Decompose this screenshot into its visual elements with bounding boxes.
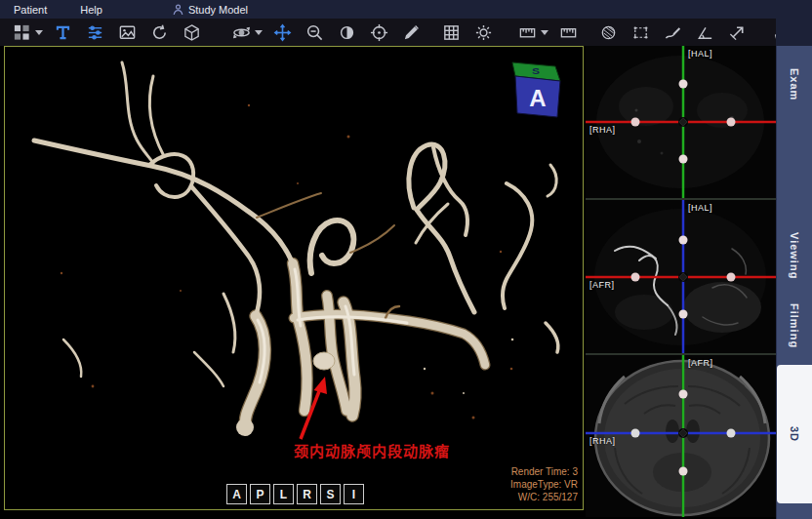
crosshair-handle[interactable] — [679, 467, 688, 476]
rect-roi-icon[interactable] — [630, 22, 650, 42]
rotate-reset-icon[interactable] — [149, 22, 169, 42]
3d-cube-icon[interactable] — [182, 22, 201, 42]
mpr-panel: [HAL] [RHA] [HAL] [AFR] — [586, 46, 776, 519]
tab-3d[interactable]: 3D — [777, 365, 812, 503]
render-info: Render Time: 3 ImageType: VR W/C: 255/12… — [510, 465, 578, 503]
mpr2-plane-label: [HAL] — [688, 203, 712, 213]
menu-study-model-label: Study Model — [188, 4, 248, 16]
annotation-label[interactable]: 颈内动脉颅内段动脉瘤 — [294, 440, 460, 460]
3d-rotate-caret[interactable] — [255, 30, 263, 35]
orientation-button-s[interactable]: S — [320, 484, 341, 504]
crosshair-handle[interactable] — [679, 236, 688, 245]
orientation-button-l[interactable]: L — [273, 484, 294, 504]
crosshair-handle[interactable] — [631, 429, 640, 438]
mpr3-axis-label: [RHA] — [589, 436, 616, 446]
orientation-cube[interactable]: S A — [499, 55, 569, 125]
zoom-out-icon[interactable] — [304, 22, 324, 42]
crosshair-handle[interactable] — [679, 390, 688, 399]
tab-filming[interactable]: Filming — [777, 288, 812, 364]
screenshot-image-icon[interactable] — [117, 22, 137, 42]
orientation-button-r[interactable]: R — [297, 484, 317, 504]
orientation-button-a[interactable]: A — [226, 484, 247, 504]
sphere-roi-icon[interactable] — [598, 22, 618, 42]
measure-ruler-2-icon[interactable] — [558, 22, 578, 42]
crosshair-handle[interactable] — [679, 155, 688, 164]
layout-grid-caret[interactable] — [35, 30, 43, 35]
aneurysm-dome — [313, 352, 335, 370]
crosshair-handle[interactable] — [727, 118, 736, 127]
tab-exam[interactable]: Exam — [777, 56, 812, 114]
draw-pencil-icon[interactable] — [401, 22, 421, 42]
mpr1-axis-label: [RHA] — [589, 125, 616, 135]
orientation-button-p[interactable]: P — [250, 484, 270, 504]
mpr3-plane-label: [AFR] — [688, 358, 713, 368]
mpr-view-3[interactable]: [AFR] [RHA] — [586, 355, 776, 517]
orientation-buttons: A P L R S I — [226, 484, 364, 504]
grid-table-icon[interactable] — [441, 22, 461, 42]
menu-help[interactable]: Help — [70, 0, 112, 19]
crosshair-handle[interactable] — [631, 118, 640, 127]
volume-render-viewport[interactable]: 颈内动脉颅内段动脉瘤 S A A P L R S I Render Time: … — [4, 46, 584, 510]
brightness-contrast-icon[interactable] — [337, 22, 356, 42]
freehand-draw-icon[interactable] — [663, 22, 682, 42]
window-center: W/C: 255/127 — [510, 491, 578, 503]
arrow-annotation-icon[interactable] — [727, 22, 747, 42]
crosshair-handle[interactable] — [679, 80, 688, 89]
crosshair-handle[interactable] — [631, 273, 640, 282]
menu-patient[interactable]: Patient — [4, 0, 57, 19]
crosshair-target-icon[interactable] — [369, 22, 388, 42]
mpr-view-2[interactable]: [HAL] [AFR] — [586, 200, 776, 355]
orientation-button-i[interactable]: I — [344, 484, 364, 504]
menu-bar: Patient Help Study Model — [0, 0, 812, 19]
image-type: ImageType: VR — [510, 478, 578, 491]
side-tab-strip: Exam Viewing Filming 3D — [776, 46, 812, 519]
crosshair-handle[interactable] — [727, 429, 736, 438]
cube-top-label: S — [532, 65, 540, 75]
render-time: Render Time: 3 — [510, 465, 578, 478]
measure-ruler-icon[interactable] — [517, 22, 537, 42]
mpr2-axis-label: [AFR] — [589, 280, 615, 290]
3d-rotate-icon[interactable] — [231, 22, 251, 42]
pan-icon[interactable] — [272, 22, 292, 42]
person-icon — [173, 4, 183, 16]
tab-viewing[interactable]: Viewing — [777, 222, 812, 289]
toolbar — [0, 19, 812, 46]
text-annotation-icon[interactable] — [53, 22, 72, 42]
mpr-view-1[interactable]: [HAL] [RHA] — [586, 46, 776, 200]
window-level-icon[interactable] — [85, 22, 104, 42]
crosshair-handle[interactable] — [679, 310, 688, 319]
measure-ruler-caret[interactable] — [541, 30, 548, 35]
layout-grid-icon[interactable] — [12, 22, 31, 42]
cube-front-label: A — [529, 85, 546, 111]
display-settings-icon[interactable] — [473, 22, 493, 42]
crosshair-handle[interactable] — [727, 273, 736, 282]
topbar-right-filler — [776, 0, 812, 46]
mpr1-plane-label: [HAL] — [688, 49, 712, 59]
angle-measure-icon[interactable] — [695, 22, 714, 42]
menu-study-model[interactable]: Study Model — [163, 0, 258, 19]
